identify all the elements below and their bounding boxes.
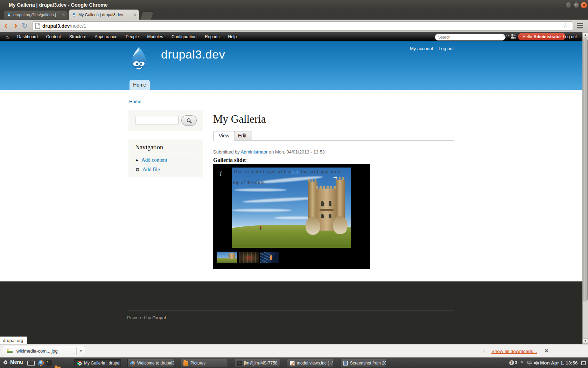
reload-icon[interactable]: ↻	[22, 21, 28, 30]
forward-icon[interactable]: ›	[14, 18, 18, 32]
admin-search-input[interactable]	[435, 34, 505, 41]
footer-divider	[127, 311, 454, 311]
admin-logout-link[interactable]: Log out	[563, 34, 577, 39]
breadcrumb[interactable]: Home	[129, 99, 141, 104]
show-desktop-button[interactable]	[27, 361, 35, 366]
info-icon[interactable]: i	[220, 170, 222, 177]
scroll-up-icon[interactable]: ▲	[583, 32, 588, 38]
admin-menu-dashboard[interactable]: Dashboard	[17, 34, 38, 39]
byline-pre: Submitted by	[213, 149, 241, 155]
taskbar-window-screenshot[interactable]: Screenshot from 20...	[340, 359, 386, 367]
leaf-bullet-icon	[136, 168, 139, 171]
tower-window	[329, 201, 331, 206]
tab-close-icon[interactable]: ×	[62, 12, 65, 17]
admin-menu-help[interactable]: Help	[228, 34, 237, 39]
speaker-icon[interactable]	[533, 360, 539, 366]
collapsed-bullet-icon: ▶	[136, 158, 138, 162]
drupal-link[interactable]: Drupal	[152, 315, 166, 320]
taskbar-window-terminal[interactable]: jim@jim-MS-7758: ~...	[234, 359, 280, 367]
site-name[interactable]: drupal3.dev	[161, 48, 225, 61]
scrollbar-thumb[interactable]	[583, 39, 588, 301]
sidebar-search-input[interactable]	[135, 116, 179, 124]
tower-bastion	[306, 217, 320, 235]
show-all-downloads-link[interactable]: Show all downloads...	[491, 349, 537, 354]
hello-administrator-badge[interactable]: HelloAdministrator	[518, 33, 566, 40]
admin-menu-content[interactable]: Content	[46, 34, 61, 39]
drupal-favicon-icon	[7, 12, 11, 18]
workspace-icon[interactable]	[582, 361, 586, 364]
bookmark-star-icon[interactable]: ☆	[563, 22, 568, 29]
admin-menu-structure[interactable]: Structure	[69, 34, 86, 39]
main-menu-home-tab[interactable]: Home	[130, 80, 150, 90]
window-label: Welcome to drupal3....	[137, 361, 174, 366]
firefox-icon[interactable]	[37, 359, 45, 367]
byline-author-link[interactable]: Administrator	[241, 149, 268, 155]
taskbar-window-gedit[interactable]: model.views.inc (~/...	[287, 359, 333, 367]
gallery-thumbnail-3[interactable]	[260, 252, 279, 263]
tab-view[interactable]: View	[213, 131, 235, 141]
window-label: Pictures	[190, 361, 205, 366]
browser-tab-active[interactable]: My Galleria | drupal3.dev ×	[69, 9, 139, 20]
gedit-icon	[290, 361, 295, 366]
window-label: jim@jim-MS-7758: ~...	[244, 361, 280, 366]
chrome-menu-icon[interactable]	[577, 23, 583, 28]
admin-menu-modules[interactable]: Modules	[147, 34, 163, 39]
admin-menu-reports[interactable]: Reports	[205, 34, 219, 39]
byline-post: on Mon, 04/01/2013 - 13:53	[267, 149, 324, 155]
back-icon[interactable]: ‹	[4, 18, 8, 32]
chevron-down-icon[interactable]: ▾	[80, 349, 82, 353]
byline: Submitted by Administrator on Mon, 04/01…	[213, 149, 325, 155]
window-title: My Galleria | drupal3.dev - Google Chrom…	[9, 2, 107, 8]
tab-edit[interactable]: Edit	[232, 131, 252, 141]
add-file-link[interactable]: Add file	[142, 166, 160, 172]
cloud	[234, 189, 287, 191]
taskbar-window-pictures[interactable]: Pictures	[181, 359, 227, 367]
browser-tab-inactive[interactable]: drupal.org/files/galleria-j ×	[4, 10, 68, 19]
new-tab-button[interactable]	[140, 12, 154, 20]
my-account-link[interactable]: My account	[410, 46, 433, 51]
tab-title: drupal.org/files/galleria-j	[13, 13, 60, 17]
page-scrollbar[interactable]: ▲ ▼	[582, 32, 588, 344]
download-item[interactable]: wikimedia-com....jpg ▾	[3, 346, 85, 356]
window-label: My Galleria | drupal...	[84, 361, 121, 366]
thumbnail-tower	[229, 253, 235, 259]
person-figure	[260, 226, 261, 230]
taskbar-menu-button[interactable]: Menu	[3, 359, 23, 365]
window-label: model.views.inc (~/...	[297, 361, 333, 366]
taskbar-window-firefox[interactable]: Welcome to drupal3....	[127, 359, 174, 367]
notification-icon[interactable]: !	[509, 360, 514, 365]
tab-strip: drupal.org/files/galleria-j × My Galleri…	[0, 10, 588, 20]
gallery-thumbnail-2[interactable]	[239, 252, 259, 263]
clock[interactable]: Mon Apr 1, 13:56	[540, 360, 578, 366]
close-window-button[interactable]: ×	[581, 2, 587, 8]
display-icon[interactable]	[527, 360, 533, 366]
screenshot-icon	[343, 361, 348, 366]
tray-chevron-icon[interactable]: ^	[520, 360, 523, 365]
admin-menu-appearance[interactable]: Appearance	[95, 34, 118, 39]
terminal-icon[interactable]	[46, 360, 52, 366]
gallery-thumbnail-1[interactable]	[217, 252, 237, 263]
minimize-button[interactable]: –	[565, 2, 572, 8]
menu-label: Menu	[10, 359, 23, 365]
maximize-button[interactable]: ▢	[573, 2, 580, 8]
admin-menu-people[interactable]: People	[126, 34, 139, 39]
tab-close-icon[interactable]: ×	[134, 12, 136, 17]
overlay-link[interactable]: link	[292, 169, 300, 174]
admin-home-icon[interactable]: ⌂	[6, 34, 9, 40]
tower-window	[321, 201, 324, 206]
site-logout-link[interactable]: Log out	[439, 46, 454, 51]
admin-menu-configuration[interactable]: Configuration	[172, 34, 196, 39]
sidebar-item-add-content[interactable]: ▶ Add content	[136, 157, 167, 163]
sidebar-search-button[interactable]	[181, 115, 197, 126]
add-content-link[interactable]: Add content	[141, 157, 167, 163]
address-bar[interactable]: drupal3.dev/node/1	[32, 21, 573, 30]
sidebar-item-add-file[interactable]: Add file	[136, 166, 160, 172]
taskbar-window-chrome[interactable]: My Galleria | drupal...	[74, 359, 121, 367]
close-shelf-icon[interactable]: ×	[545, 347, 548, 355]
sidebar-navigation-block: Navigation ▶ Add content Add file	[128, 139, 203, 177]
users-icon	[510, 34, 517, 39]
scroll-down-icon[interactable]: ▼	[583, 338, 588, 344]
folder-icon[interactable]	[55, 367, 61, 368]
drupal-logo-icon[interactable]	[129, 46, 149, 73]
tab-title: My Galleria | drupal3.dev	[78, 13, 132, 17]
